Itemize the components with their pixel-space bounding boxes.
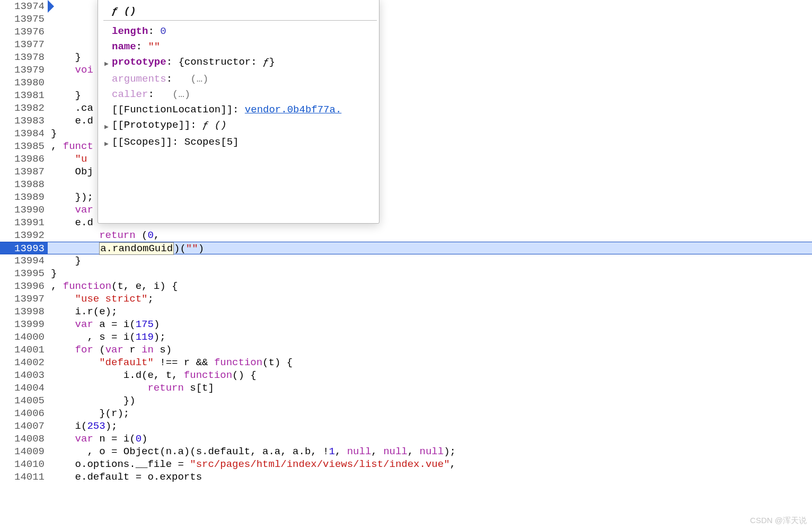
tooltip-header: ƒ () (103, 4, 377, 19)
line-number: 14005 (0, 394, 48, 407)
code-line[interactable]: o.options.__file = "src/pages/html/index… (48, 458, 812, 471)
line-number: 13974 (0, 0, 48, 13)
line-number: 13975 (0, 13, 48, 25)
code-line[interactable]: i(253); (48, 420, 812, 432)
line-number: 14010 (0, 458, 48, 471)
line-number: 14006 (0, 407, 48, 420)
expand-triangle-icon[interactable]: ▶ (103, 55, 110, 72)
line-number: 14001 (0, 343, 48, 356)
expand-triangle-icon[interactable]: ▶ (103, 118, 110, 135)
line-number: 14011 (0, 471, 48, 483)
line-number: 13999 (0, 318, 48, 331)
property-name: [[FunctionLocation]] (112, 102, 233, 118)
code-line[interactable]: for (var r in s) (48, 343, 812, 356)
property-value: 0 (160, 24, 166, 39)
property-value[interactable]: vendor.0b4bf77a. (245, 102, 341, 118)
property-value: Scopes[5] (184, 135, 239, 150)
line-number: 13988 (0, 178, 48, 191)
line-number: 14002 (0, 356, 48, 369)
property-name: caller (112, 87, 148, 102)
line-number: 14003 (0, 369, 48, 382)
code-line[interactable]: return (0, (48, 229, 812, 242)
code-line[interactable]: "default" !== r && function(t) { (48, 356, 812, 369)
property-value: (…) (190, 72, 208, 87)
code-line[interactable]: return s[t] (48, 382, 812, 394)
property-value: "" (148, 39, 160, 55)
line-number: 14004 (0, 382, 48, 394)
line-number: 13990 (0, 204, 48, 216)
code-line[interactable]: var a = i(175) (48, 318, 812, 331)
property-value: {constructor: ƒ} (178, 55, 275, 70)
execution-pointer-icon (48, 0, 54, 13)
code-editor[interactable]: 13974 13975 13976 13977 13978 } 13979 vo… (0, 0, 812, 483)
code-line[interactable]: } (48, 267, 812, 280)
tooltip-property-row: caller: (…) (103, 87, 377, 102)
property-name: length (112, 24, 148, 39)
code-line[interactable]: a.randomGuid)("") (48, 242, 812, 254)
line-number: 13976 (0, 25, 48, 38)
code-line[interactable]: , o = Object(n.a)(s.default, a.a, a.b, !… (48, 445, 812, 458)
property-name: name (112, 39, 136, 55)
code-line[interactable]: , function(t, e, i) { (48, 280, 812, 293)
line-number: 13978 (0, 51, 48, 64)
line-number: 13992 (0, 229, 48, 242)
line-number: 13997 (0, 293, 48, 305)
line-number: 13986 (0, 153, 48, 165)
line-number: 13981 (0, 89, 48, 102)
expand-triangle-icon[interactable]: ▶ (103, 135, 110, 152)
code-line[interactable]: i.d(e, t, function() { (48, 369, 812, 382)
line-number: 13984 (0, 127, 48, 140)
tooltip-divider (103, 20, 377, 21)
line-number: 14007 (0, 420, 48, 432)
tooltip-property-row[interactable]: ▶[[Scopes]]: Scopes[5] (103, 135, 377, 152)
line-number: 14000 (0, 331, 48, 343)
code-line[interactable]: }) (48, 394, 812, 407)
line-number: 13995 (0, 267, 48, 280)
line-number: 13983 (0, 114, 48, 127)
line-number: 13996 (0, 280, 48, 293)
line-number: 13989 (0, 191, 48, 204)
tooltip-property-row: arguments: (…) (103, 72, 377, 87)
property-value: (…) (172, 87, 190, 102)
object-preview-tooltip[interactable]: ƒ () length: 0name: ""▶prototype: {const… (98, 0, 379, 224)
current-execution-line[interactable]: 13993 a.randomGuid)("") (0, 242, 812, 254)
property-value: ƒ () (202, 118, 227, 133)
line-number: 14008 (0, 432, 48, 445)
code-line[interactable]: } (48, 254, 812, 267)
property-name: [[Prototype]] (112, 118, 190, 133)
tooltip-property-row: length: 0 (103, 24, 377, 39)
line-number: 13980 (0, 76, 48, 89)
code-line[interactable]: }(r); (48, 407, 812, 420)
line-number: 13985 (0, 140, 48, 153)
tooltip-property-row: [[FunctionLocation]]: vendor.0b4bf77a. (103, 102, 377, 118)
line-number: 13998 (0, 305, 48, 318)
line-number: 13994 (0, 254, 48, 267)
tooltip-property-row[interactable]: ▶prototype: {constructor: ƒ} (103, 55, 377, 72)
line-number-active: 13993 (0, 242, 48, 254)
hover-target-expression[interactable]: a.randomGuid (99, 242, 174, 255)
property-name: [[Scopes]] (112, 135, 172, 150)
property-name: prototype (112, 55, 166, 70)
line-number: 13979 (0, 64, 48, 76)
line-number: 13982 (0, 102, 48, 114)
watermark-text: CSDN @浑天说 (750, 514, 807, 527)
code-line[interactable]: i.r(e); (48, 305, 812, 318)
code-line[interactable]: "use strict"; (48, 293, 812, 305)
line-number: 13977 (0, 38, 48, 51)
line-number: 13991 (0, 216, 48, 229)
code-line[interactable]: , s = i(119); (48, 331, 812, 343)
code-line[interactable]: var n = i(0) (48, 432, 812, 445)
tooltip-property-row: name: "" (103, 39, 377, 55)
property-name: arguments (112, 72, 166, 87)
code-line[interactable]: e.default = o.exports (48, 471, 812, 483)
line-number: 14009 (0, 445, 48, 458)
tooltip-property-row[interactable]: ▶[[Prototype]]: ƒ () (103, 118, 377, 135)
line-number: 13987 (0, 165, 48, 178)
